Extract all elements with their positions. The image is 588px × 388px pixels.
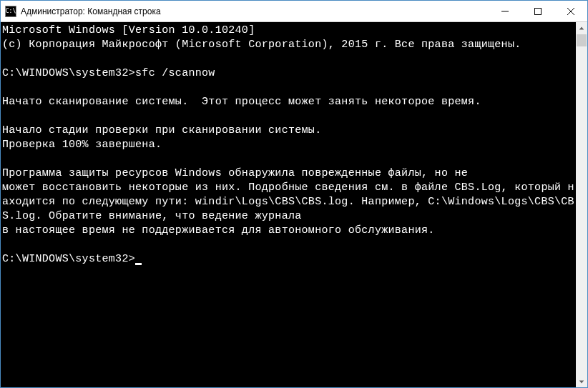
scrollbar-down-arrow[interactable]: [576, 375, 587, 387]
console-line: может восстановить некоторые из них. Под…: [2, 181, 574, 224]
close-icon: [567, 8, 574, 15]
console-line: в настоящее время не поддерживается для …: [2, 224, 574, 238]
console-line: [2, 238, 574, 252]
close-button[interactable]: [554, 1, 587, 21]
console-line: [2, 81, 574, 95]
console-line: Программа защиты ресурсов Windows обнару…: [2, 166, 574, 181]
chevron-up-icon: [579, 26, 584, 31]
cmd-icon: C:\: [5, 6, 16, 17]
scrollbar-thumb[interactable]: [577, 34, 587, 46]
window-title: Администратор: Командная строка: [21, 6, 489, 16]
console-line: C:\WINDOWS\system32>sfc /scannow: [2, 66, 574, 81]
console-line: [2, 52, 574, 66]
console-line: Начало стадии проверки при сканировании …: [2, 124, 574, 138]
maximize-button[interactable]: [521, 1, 554, 21]
console-line: Microsoft Windows [Version 10.0.10240]: [2, 24, 574, 38]
console-line: C:\WINDOWS\system32>: [2, 252, 574, 267]
console-line: Начато сканирование системы. Этот процес…: [2, 95, 574, 109]
titlebar[interactable]: C:\ Администратор: Командная строка: [1, 1, 587, 22]
console-line: [2, 152, 574, 166]
titlebar-controls: [489, 1, 587, 21]
minimize-icon: [501, 8, 509, 15]
console-area: Microsoft Windows [Version 10.0.10240](c…: [1, 22, 587, 387]
console-line: Проверка 100% завершена.: [2, 138, 574, 152]
command-prompt-window: C:\ Администратор: Командная строка Micr…: [0, 0, 588, 388]
text-cursor: [135, 263, 142, 265]
minimize-button[interactable]: [489, 1, 521, 21]
console-line: (c) Корпорация Майкрософт (Microsoft Cor…: [2, 38, 574, 52]
vertical-scrollbar[interactable]: [576, 22, 587, 387]
console-output[interactable]: Microsoft Windows [Version 10.0.10240](c…: [1, 22, 576, 387]
console-line: [2, 109, 574, 124]
svg-rect-1: [535, 8, 542, 14]
scrollbar-up-arrow[interactable]: [576, 22, 587, 34]
maximize-icon: [534, 8, 542, 15]
scrollbar-track[interactable]: [576, 34, 587, 375]
chevron-down-icon: [579, 379, 584, 384]
